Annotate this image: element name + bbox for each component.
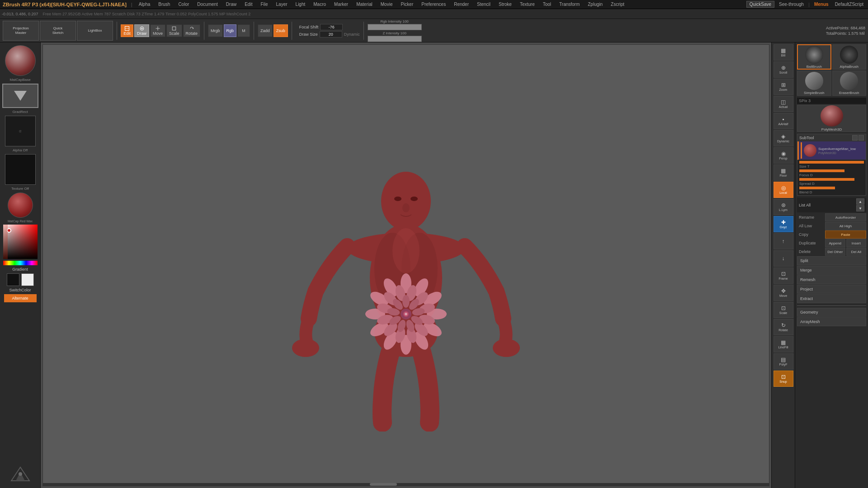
- material-ball[interactable]: [8, 192, 33, 218]
- linefill-button[interactable]: ▦ LineFill: [774, 336, 793, 352]
- menu-stencil[interactable]: Stencil: [475, 2, 492, 7]
- canvas-viewport[interactable]: [42, 44, 769, 486]
- scale-icon-button[interactable]: ⊡ Scale: [774, 302, 793, 318]
- up-arrow-button[interactable]: ↑: [774, 233, 793, 249]
- menu-material[interactable]: Material: [354, 2, 374, 7]
- move-button[interactable]: Move: [150, 24, 165, 37]
- gxyz-button[interactable]: ✚ Gxyz: [774, 216, 793, 232]
- array-mesh-button[interactable]: ArrayMesh: [797, 317, 866, 326]
- m-button[interactable]: M: [237, 24, 250, 37]
- subtool-close-button[interactable]: [859, 135, 864, 141]
- scroll-thumb[interactable]: [370, 483, 397, 486]
- down-arrow-button[interactable]: ↓: [774, 250, 793, 267]
- del-other-button[interactable]: Del Other: [825, 248, 845, 256]
- menu-transform[interactable]: Transform: [557, 2, 581, 7]
- matcap-swatch[interactable]: [5, 45, 36, 76]
- rgb-button[interactable]: Rgb: [224, 24, 237, 37]
- bill-button[interactable]: ▦ Bill: [774, 44, 793, 61]
- menu-zscript[interactable]: Zscript: [609, 2, 626, 7]
- scroll-button[interactable]: ⊕ Scroll: [774, 61, 793, 78]
- remesh-button[interactable]: Remesh: [797, 275, 866, 284]
- llym-button[interactable]: ⊛ L.Lym: [774, 199, 793, 215]
- dynamic-button[interactable]: ◈ Dynamic: [774, 130, 793, 146]
- selection-arrow-button[interactable]: [2, 84, 38, 108]
- quicksave-button[interactable]: QuickSave: [746, 1, 774, 8]
- menu-stroke[interactable]: Stroke: [497, 2, 514, 7]
- subtool-slider-3[interactable]: [799, 178, 854, 181]
- quick-sketch-button[interactable]: QuickSketch: [40, 21, 76, 41]
- horizontal-scrollbar[interactable]: [43, 483, 769, 486]
- focal-shift-value[interactable]: -76: [320, 24, 343, 30]
- local-button[interactable]: ◎ Local: [774, 182, 793, 198]
- menu-draw[interactable]: Draw: [224, 2, 238, 7]
- draw-button[interactable]: Draw: [134, 24, 149, 37]
- aahalf-button[interactable]: ▪ AAHalf: [774, 113, 793, 129]
- black-swatch[interactable]: [7, 273, 19, 286]
- mrgb-button[interactable]: Mrgb: [208, 24, 223, 37]
- edit-button[interactable]: Edit: [121, 24, 133, 37]
- rgb-intensity-bar[interactable]: [368, 24, 422, 30]
- menu-preferences[interactable]: Preferences: [420, 2, 448, 7]
- menu-macro[interactable]: Macro: [311, 2, 328, 7]
- hue-bar[interactable]: [3, 261, 38, 265]
- subtool-slider-1[interactable]: [799, 161, 864, 164]
- simple-brush-item[interactable]: SimpleBrush: [797, 70, 831, 96]
- menu-tool[interactable]: Tool: [541, 2, 553, 7]
- polyf-button[interactable]: ▤ PolyF: [774, 353, 793, 370]
- persp-button[interactable]: ◉ Persp: [774, 147, 793, 164]
- all-high-button[interactable]: All High: [825, 222, 866, 230]
- menu-edit[interactable]: Edit: [243, 2, 254, 7]
- frame-button[interactable]: ⊡ Frame: [774, 267, 793, 284]
- ball-brush-item[interactable]: BallBrush: [797, 44, 831, 70]
- del-all-button[interactable]: Del All: [846, 248, 867, 256]
- menu-render[interactable]: Render: [452, 2, 471, 7]
- extract-button[interactable]: Extract: [797, 294, 866, 303]
- autorename-button[interactable]: AutoReorder: [825, 213, 866, 221]
- zoom-button[interactable]: ⊞ Zoom: [774, 79, 793, 95]
- list-all-up-button[interactable]: ▲: [856, 198, 864, 205]
- paste-button[interactable]: Paste: [825, 230, 866, 239]
- menu-brush[interactable]: Brush: [156, 2, 172, 7]
- project-button[interactable]: Project: [797, 285, 866, 294]
- append-button[interactable]: Append: [825, 239, 845, 247]
- menu-light[interactable]: Light: [294, 2, 307, 7]
- zsub-button[interactable]: Zsub: [274, 24, 288, 37]
- floor-button[interactable]: ▦ Floor: [774, 164, 793, 181]
- split-button[interactable]: Split: [797, 256, 866, 265]
- texture-swatch[interactable]: [5, 154, 36, 185]
- alpha-swatch[interactable]: α: [5, 116, 36, 146]
- white-swatch[interactable]: [21, 273, 34, 286]
- list-all-down-button[interactable]: ▼: [856, 205, 864, 211]
- move-icon-button[interactable]: ✥ Move: [774, 285, 793, 301]
- rotate-icon-button[interactable]: ↻ Rotate: [774, 319, 793, 335]
- menu-texture[interactable]: Texture: [518, 2, 537, 7]
- default-zscript[interactable]: DefaultZScript: [833, 2, 865, 7]
- menu-movie[interactable]: Movie: [379, 2, 395, 7]
- subtool-slider-2[interactable]: [799, 169, 844, 172]
- projection-master-button[interactable]: ProjectionMaster: [3, 21, 39, 41]
- actual-button[interactable]: ◫ Actual: [774, 96, 793, 112]
- color-picker[interactable]: [3, 225, 38, 259]
- alpha-brush-item[interactable]: AlphaBrush: [832, 44, 867, 70]
- snup-button[interactable]: ⊡ Snup: [774, 371, 793, 387]
- menu-file[interactable]: File: [259, 2, 269, 7]
- subtool-toggle-button[interactable]: [852, 135, 858, 141]
- insert-button[interactable]: Insert: [846, 239, 867, 247]
- merge-button[interactable]: Merge: [797, 266, 866, 275]
- subtool-slider-4[interactable]: [799, 187, 835, 189]
- active-subtool-item[interactable]: SuperAverageMan_low PolyMesh3D: [797, 141, 866, 160]
- draw-size-value[interactable]: 20: [320, 31, 342, 38]
- menu-picker[interactable]: Picker: [399, 2, 415, 7]
- zadd-button[interactable]: Zadd: [258, 24, 273, 37]
- polymesh3d-brush-item[interactable]: PolyMesh3D: [797, 105, 866, 132]
- scale-button[interactable]: Scale: [166, 24, 182, 37]
- dynamic-label[interactable]: Dynamic: [344, 32, 360, 37]
- alternate-button[interactable]: Alternate: [4, 294, 37, 302]
- menu-document[interactable]: Alpha: [137, 2, 152, 7]
- menu-layer[interactable]: Layer: [274, 2, 289, 7]
- menu-zplugin[interactable]: Zplugin: [586, 2, 604, 7]
- z-intensity-bar[interactable]: [368, 36, 422, 42]
- rotate-button[interactable]: Rotate: [183, 24, 201, 37]
- menu-color[interactable]: Color: [176, 2, 191, 7]
- lightbox-button[interactable]: LightBox: [77, 21, 113, 41]
